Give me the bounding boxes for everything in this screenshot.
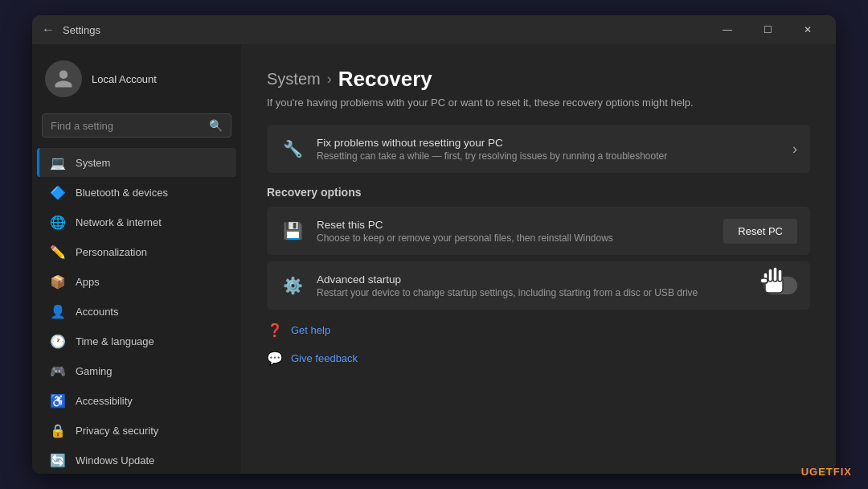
back-button[interactable]: ← [42,23,55,37]
sidebar: Local Account 🔍 💻 System 🔷 Bluetooth & d… [32,44,241,474]
maximize-button[interactable]: ☐ [749,18,786,42]
get-help-link[interactable]: ❓ Get help [267,316,810,344]
advanced-startup-text: Advanced startup Restart your device to … [317,273,752,298]
main-content: System › Recovery If you're having probl… [241,44,836,474]
reset-pc-button[interactable]: Reset PC [723,219,797,244]
breadcrumb-parent: System [267,70,321,88]
sidebar-item-time[interactable]: 🕐 Time & language [37,327,236,355]
advanced-startup-toggle[interactable] [764,277,797,294]
window-controls: — ☐ ✕ [709,18,826,42]
sidebar-label-privacy: Privacy & security [76,425,158,437]
sidebar-label-accessibility: Accessibility [76,395,133,407]
accounts-icon: 👤 [50,303,66,319]
reset-pc-subtitle: Choose to keep or remove your personal f… [317,232,712,244]
advanced-startup-row: ⚙️ Advanced startup Restart your device … [267,261,810,310]
search-box[interactable]: 🔍 [42,113,231,138]
accessibility-icon: ♿ [50,392,66,409]
fix-problems-text: Fix problems without resetting your PC R… [317,137,781,162]
user-icon [53,68,74,89]
page-title: Recovery [338,67,432,92]
sidebar-item-update[interactable]: 🔄 Windows Update [37,446,236,474]
breadcrumb: System › Recovery [267,67,810,92]
content-area: Local Account 🔍 💻 System 🔷 Bluetooth & d… [32,44,836,474]
reset-pc-button-container: Reset PC [723,219,797,244]
fix-problems-icon: 🔧 [280,136,305,162]
sidebar-label-gaming: Gaming [76,365,113,377]
reset-pc-text: Reset this PC Choose to keep or remove y… [317,219,712,244]
sidebar-item-bluetooth[interactable]: 🔷 Bluetooth & devices [37,178,236,207]
get-help-label: Get help [291,324,330,336]
system-icon: 💻 [50,154,66,171]
sidebar-item-system[interactable]: 💻 System [37,148,236,177]
search-icon: 🔍 [209,119,223,132]
sidebar-item-apps[interactable]: 📦 Apps [37,267,236,296]
sidebar-label-apps: Apps [76,276,100,288]
close-button[interactable]: ✕ [789,18,826,42]
privacy-icon: 🔒 [50,422,66,438]
titlebar: ← Settings — ☐ ✕ [32,15,836,44]
watermark: UGETFIX [801,466,852,478]
personalization-icon: ✏️ [50,244,66,260]
page-description: If you're having problems with your PC o… [267,97,810,109]
window-title: Settings [63,24,100,36]
user-name: Local Account [92,73,157,85]
avatar [45,60,82,97]
sidebar-label-accounts: Accounts [76,306,118,318]
sidebar-label-time: Time & language [76,335,154,347]
sidebar-label-update: Windows Update [76,454,154,466]
gaming-icon: 🎮 [50,363,66,379]
sidebar-item-accounts[interactable]: 👤 Accounts [37,297,236,326]
advanced-startup-icon: ⚙️ [280,273,305,298]
sidebar-item-accessibility[interactable]: ♿ Accessibility [37,386,236,415]
give-feedback-link[interactable]: 💬 Give feedback [267,344,810,372]
user-profile: Local Account [32,52,241,110]
bluetooth-icon: 🔷 [50,184,66,200]
help-links: ❓ Get help 💬 Give feedback [267,316,810,372]
fix-problems-title: Fix problems without resetting your PC [317,137,781,149]
search-input[interactable] [51,120,203,132]
fix-problems-chevron: › [792,141,797,158]
titlebar-left: ← Settings [42,23,100,37]
reset-pc-icon: 💾 [280,218,305,244]
fix-problems-subtitle: Resetting can take a while — first, try … [317,150,781,162]
sidebar-label-system: System [76,157,110,169]
breadcrumb-separator: › [327,71,332,88]
sidebar-label-bluetooth: Bluetooth & devices [76,187,168,199]
apps-icon: 📦 [50,273,66,290]
give-feedback-label: Give feedback [291,352,358,364]
network-icon: 🌐 [50,214,66,230]
page-header: System › Recovery If you're having probl… [267,67,810,109]
nav-list: 💻 System 🔷 Bluetooth & devices 🌐 Network… [32,147,241,474]
give-feedback-icon: 💬 [267,351,283,366]
settings-window: ← Settings — ☐ ✕ Local Account [32,15,836,474]
minimize-button[interactable]: — [709,18,746,42]
recovery-options-label: Recovery options [267,186,810,199]
sidebar-item-gaming[interactable]: 🎮 Gaming [37,356,236,385]
get-help-icon: ❓ [267,323,283,338]
reset-pc-row: 💾 Reset this PC Choose to keep or remove… [267,207,810,255]
update-icon: 🔄 [50,452,66,468]
fix-problems-card: 🔧 Fix problems without resetting your PC… [267,125,810,173]
sidebar-label-network: Network & internet [76,216,162,228]
advanced-startup-toggle-switch[interactable] [764,277,797,294]
reset-pc-title: Reset this PC [317,219,712,231]
sidebar-item-personalization[interactable]: ✏️ Personalization [37,237,236,266]
advanced-startup-subtitle: Restart your device to change startup se… [317,287,752,298]
advanced-startup-title: Advanced startup [317,273,752,286]
reset-pc-card: 💾 Reset this PC Choose to keep or remove… [267,207,810,255]
advanced-startup-card: ⚙️ Advanced startup Restart your device … [267,261,810,310]
sidebar-item-network[interactable]: 🌐 Network & internet [37,208,236,236]
sidebar-item-privacy[interactable]: 🔒 Privacy & security [37,416,236,445]
fix-problems-row[interactable]: 🔧 Fix problems without resetting your PC… [267,125,810,173]
sidebar-label-personalization: Personalization [76,246,147,258]
time-icon: 🕐 [50,333,66,349]
